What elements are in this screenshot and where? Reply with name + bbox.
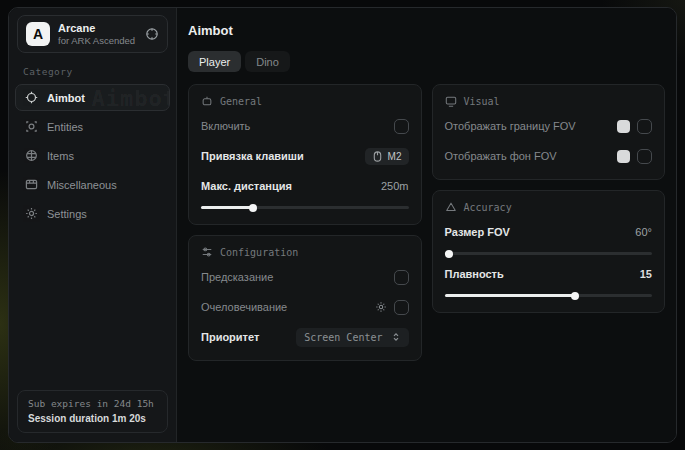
visual-card: Visual Отображать границу FOV Отображать… (432, 84, 666, 180)
tab-player[interactable]: Player (188, 51, 241, 72)
prediction-label: Предсказание (201, 271, 273, 283)
configuration-card-header: Configuration (201, 246, 409, 258)
accuracy-card: Accuracy Размер FOV 60° Плавность 15 (432, 190, 666, 313)
fov-size-value: 60° (635, 226, 652, 238)
sidebar-item-label: Miscellaneous (47, 179, 117, 191)
sidebar-item-miscellaneous[interactable]: Miscellaneous (15, 171, 170, 198)
brand-card: A Arcane for ARK Ascended (17, 15, 168, 53)
fov-size-slider[interactable] (445, 252, 653, 255)
triangle-icon (445, 201, 457, 213)
enable-checkbox[interactable] (394, 119, 409, 134)
sidebar-item-entities[interactable]: Entities (15, 113, 170, 140)
keybind-label: Привязка клавиши (201, 150, 304, 162)
items-icon (25, 149, 38, 162)
tab-dino[interactable]: Dino (245, 51, 290, 72)
brand-title: Arcane (58, 22, 137, 34)
prediction-checkbox[interactable] (394, 270, 409, 285)
app-window: A Arcane for ARK Ascended Category Aimbo… (8, 7, 677, 443)
brand-text: Arcane for ARK Ascended (58, 22, 137, 46)
fov-bg-label: Отображать фон FOV (445, 150, 557, 162)
general-card-header: General (201, 95, 409, 107)
sidebar-item-label: Entities (47, 121, 83, 133)
visual-card-header: Visual (445, 95, 653, 107)
unfold-icon (391, 332, 401, 342)
smoothness-value: 15 (640, 268, 652, 280)
misc-icon (25, 178, 38, 191)
priority-label: Приоритет (201, 331, 259, 343)
sidebar-item-label: Aimbot (47, 92, 85, 104)
gear-icon[interactable] (375, 301, 387, 313)
sidebar: A Arcane for ARK Ascended Category Aimbo… (9, 8, 177, 442)
sliders-icon (201, 246, 213, 258)
session-duration-text: Session duration 1m 20s (28, 413, 157, 424)
fov-border-checkbox[interactable] (637, 119, 652, 134)
distance-label: Макс. дистанция (201, 180, 292, 192)
fov-size-label: Размер FOV (445, 226, 510, 238)
smoothness-slider[interactable] (445, 294, 653, 297)
session-card: Sub expires in 24d 15h Session duration … (17, 390, 168, 433)
distance-value: 250m (381, 180, 409, 192)
sidebar-item-aimbot[interactable]: Aimbot Aimbot (15, 84, 170, 111)
crosshair-icon (25, 91, 38, 104)
enable-label: Включить (201, 120, 250, 132)
page-title: Aimbot (188, 23, 665, 38)
sidebar-item-settings[interactable]: Settings (15, 200, 170, 227)
sidebar-item-label: Settings (47, 208, 87, 220)
fov-bg-checkbox[interactable] (637, 149, 652, 164)
keybind-button[interactable]: M2 (365, 148, 409, 165)
sidebar-nav: Aimbot Aimbot Entities Items (9, 84, 176, 227)
humanize-label: Очеловечивание (201, 301, 287, 313)
accuracy-card-header: Accuracy (445, 201, 653, 213)
sidebar-item-label: Items (47, 150, 74, 162)
fov-bg-color-swatch[interactable] (617, 150, 630, 163)
brand-subtitle: for ARK Ascended (58, 35, 137, 46)
configuration-card: Configuration Предсказание Очеловечивани… (188, 235, 422, 361)
humanize-checkbox[interactable] (394, 300, 409, 315)
bot-icon (201, 95, 213, 107)
smoothness-label: Плавность (445, 268, 504, 280)
fov-border-color-swatch[interactable] (617, 120, 630, 133)
aimbot-watermark: Aimbot (92, 86, 170, 111)
compass-icon[interactable] (145, 27, 159, 41)
eye-icon (445, 95, 457, 107)
priority-dropdown[interactable]: Screen Center (296, 328, 408, 347)
fov-border-label: Отображать границу FOV (445, 120, 576, 132)
gear-icon (25, 207, 38, 220)
tab-bar: Player Dino (188, 51, 665, 72)
entities-icon (25, 120, 38, 133)
category-label: Category (23, 66, 176, 77)
sub-expires-text: Sub expires in 24d 15h (28, 398, 157, 409)
main-panel: Aimbot Player Dino General (177, 8, 676, 442)
general-card: General Включить Привязка клавиши (188, 84, 422, 225)
brand-logo: A (26, 22, 50, 46)
distance-slider[interactable] (201, 206, 409, 209)
mouse-icon (372, 151, 383, 162)
sidebar-item-items[interactable]: Items (15, 142, 170, 169)
